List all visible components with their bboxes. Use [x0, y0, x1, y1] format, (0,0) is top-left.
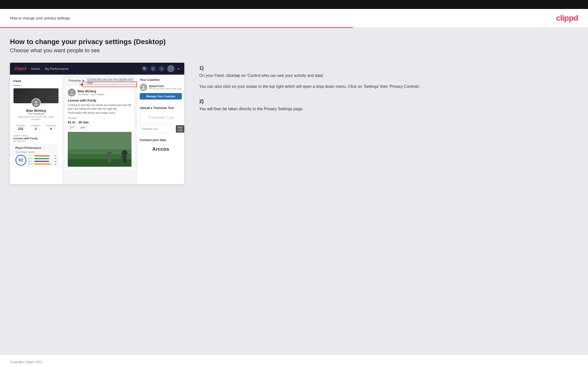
step2-number: 2): [199, 99, 578, 104]
stat-following-value: 4: [46, 127, 56, 131]
post-duration-value: 01 hr : 30 min: [68, 120, 131, 124]
arccos-display: Arccos: [140, 144, 182, 155]
following-chevron: ▼: [82, 79, 85, 82]
stat-following: Following 4: [46, 124, 56, 131]
svg-point-11: [107, 151, 112, 156]
avatar[interactable]: 👤: [167, 65, 174, 72]
plus-icon[interactable]: +: [159, 66, 164, 71]
bar-putt-label: PUTT: [28, 163, 33, 165]
header-title: How to change your privacy settings: [10, 16, 70, 20]
profile-club: Royal North Devon Golf Club, United King…: [13, 116, 59, 121]
bar-putt-fill: [34, 163, 51, 165]
coach-row: David Ford 📍 Royal North Devon Golf Club: [140, 84, 182, 91]
following-button[interactable]: Following ▼: [65, 78, 87, 84]
location-icon: 📍: [149, 88, 152, 90]
feed-post: Blair McHarg Yesterday · Sunningdale Les…: [65, 86, 134, 169]
connect-section: Connect your data Arccos: [140, 135, 182, 155]
instruction-block-2: 2) You will then be taken directly to th…: [199, 99, 578, 112]
avatar-chevron: ▼: [177, 67, 180, 70]
profile-badge: Plus Handicap: [13, 112, 59, 115]
page-heading: How to change your privacy settings (Des…: [10, 38, 578, 46]
post-meta: Yesterday · Sunningdale: [78, 93, 105, 96]
tag-ott: OTT: [68, 126, 77, 130]
coaches-title: Your Coaches: [140, 78, 182, 82]
footer: Copyright Clippd 2022: [0, 355, 588, 367]
profile-avatar-wrap: [13, 98, 59, 108]
connect-title: Connect your data: [140, 138, 182, 142]
svg-rect-10: [121, 157, 127, 158]
latest-activity-label: Latest Activity: [13, 134, 59, 137]
control-link[interactable]: Control who can see your activity and da…: [87, 78, 134, 84]
svg-point-1: [34, 104, 38, 106]
app-nav-right: 🔍 👤 + 👤 ▼: [142, 65, 180, 72]
search-icon[interactable]: 🔍: [142, 66, 147, 71]
footer-copyright: Copyright Clippd 2022: [10, 360, 42, 364]
stat-activities: Activities 131: [16, 124, 25, 131]
logo: clippd: [556, 13, 578, 23]
svg-point-3: [70, 93, 73, 95]
bar-ott-fill: [34, 155, 50, 157]
stat-followers-value: 3: [31, 127, 41, 131]
step1-text: On your Feed, click/tap on 'Control who …: [199, 72, 578, 79]
bar-app-label: APP: [28, 157, 33, 160]
tpq-bars: OTT 90 APP: [28, 155, 57, 166]
annotation-line: [80, 84, 137, 85]
nav-my-performance[interactable]: My Performance: [45, 67, 68, 71]
tag-app: APP: [78, 126, 88, 130]
post-user-info: Blair McHarg Yesterday · Sunningdale: [78, 90, 105, 96]
app-body: Feed Blair McHarg Plus Handicap Royal No…: [10, 75, 184, 184]
user-icon[interactable]: 👤: [150, 66, 156, 71]
player-perf-title: Player Performance: [15, 146, 57, 149]
svg-rect-6: [68, 159, 131, 167]
svg-point-0: [35, 101, 37, 104]
coach-info: David Ford 📍 Royal North Devon Golf Club: [149, 85, 182, 90]
tpq-bar-putt: PUTT 96: [28, 163, 57, 165]
bar-arg-bg: [34, 161, 52, 162]
app-feed: Following ▼ Control who can see your act…: [62, 75, 137, 184]
stat-activities-label: Activities: [16, 124, 25, 127]
bar-ott-bg: [34, 155, 52, 157]
bar-putt-num: 96: [53, 163, 57, 165]
post-user-name: Blair McHarg: [78, 90, 105, 93]
bar-app-fill: [34, 158, 49, 159]
feed-tab[interactable]: Feed: [13, 78, 21, 86]
stat-activities-value: 131: [16, 127, 25, 131]
trackman-link-display: Trackman Link: [140, 112, 182, 124]
profile-avatar: [31, 98, 41, 108]
bar-app-num: 85: [53, 157, 57, 160]
step1-extra: You can also click on your avatar in the…: [199, 83, 578, 90]
manage-coaches-button[interactable]: Manage Your Coaches: [140, 93, 182, 100]
coach-club-name: Royal North Devon Golf Club: [153, 88, 182, 90]
profile-name: Blair McHarg: [13, 109, 59, 112]
post-duration-label: Duration: [68, 117, 131, 119]
trackman-section: Upload a Trackman Test Trackman Link Add…: [140, 103, 182, 133]
player-performance: Player Performance Total Player Quality …: [13, 144, 59, 168]
instructions: 1) On your Feed, click/tap on 'Control w…: [194, 63, 578, 121]
tpq-label: Total Player Quality: [15, 151, 57, 153]
app-nav-logo: clippd: [14, 66, 26, 71]
latest-activity-title: Lesson with Fordy: [13, 137, 59, 140]
svg-point-14: [142, 88, 145, 90]
stat-followers-label: Followers: [31, 124, 41, 127]
nav-home[interactable]: Home: [31, 67, 40, 71]
bar-ott-label: OTT: [28, 155, 33, 157]
main-content: How to change your privacy settings (Des…: [0, 28, 588, 355]
post-user-row: Blair McHarg Yesterday · Sunningdale: [68, 89, 131, 97]
add-link-button[interactable]: Add Link: [176, 125, 184, 133]
page-subheading: Choose what you want people to see: [10, 47, 578, 54]
app-sidebar: Feed Blair McHarg Plus Handicap Royal No…: [10, 75, 62, 184]
bar-arg-fill: [34, 161, 49, 162]
trackman-input[interactable]: [140, 125, 175, 133]
coach-club: 📍 Royal North Devon Golf Club: [149, 88, 182, 90]
bar-app-bg: [34, 158, 52, 159]
stat-followers: Followers 3: [31, 124, 41, 131]
svg-point-8: [122, 150, 128, 156]
tpq-bar-arg: ARG 86: [28, 160, 57, 162]
trackman-title: Upload a Trackman Test: [140, 106, 182, 110]
trackman-input-row: Add Link: [140, 125, 182, 133]
feed-header: Following ▼ Control who can see your act…: [65, 78, 134, 84]
coach-name: David Ford: [149, 85, 182, 88]
coach-avatar: [140, 84, 147, 91]
following-label: Following: [68, 79, 81, 82]
svg-point-2: [71, 91, 73, 93]
